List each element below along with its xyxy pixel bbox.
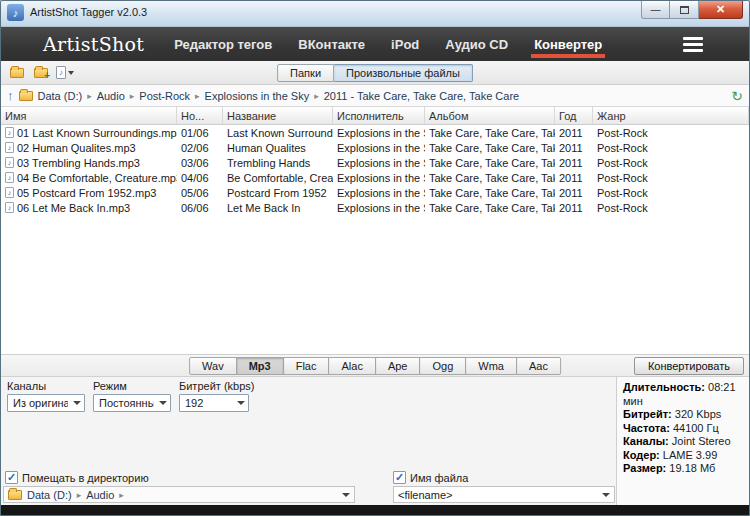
chevron-down-icon (342, 493, 350, 497)
column-header-number[interactable]: Но... (177, 107, 223, 124)
output-directory-select[interactable]: Data (D:) ▸ Audio ▸ (3, 486, 355, 503)
new-file-button[interactable]: ♪ (54, 63, 76, 82)
menu-item-tag-editor[interactable]: Редактор тегов (174, 27, 272, 61)
navigate-up-icon[interactable]: ↑ (7, 89, 14, 102)
column-header-genre[interactable]: Жанр (593, 107, 749, 124)
maximize-button[interactable] (670, 1, 699, 19)
mode-select[interactable]: Постоянный (93, 394, 171, 412)
format-tab-ape[interactable]: Ape (375, 357, 421, 375)
cell-number: 02/06 (177, 142, 223, 154)
table-row[interactable]: ♪04 Be Comfortable, Creature.mp3 04/06 B… (1, 170, 749, 185)
format-tab-wav[interactable]: Wav (189, 357, 237, 375)
mp3-file-icon: ♪ (5, 157, 14, 168)
breadcrumb-separator: ▸ (314, 91, 319, 101)
mp3-file-icon: ♪ (5, 187, 14, 198)
cell-number: 03/06 (177, 157, 223, 169)
cell-title: Last Known Surroundings (223, 127, 333, 139)
directory-checkbox[interactable]: ✓ (5, 471, 18, 484)
cell-title: Postcard From 1952 (223, 187, 333, 199)
path-separator: ▸ (119, 490, 124, 500)
breadcrumb-segment[interactable]: Audio (97, 90, 125, 102)
info-encoder: Кодер: LAME 3.99 (623, 449, 743, 463)
filename-pattern-select[interactable]: <filename> (393, 486, 615, 503)
cell-genre: Post-Rock (593, 202, 749, 214)
filename-checkbox-label: Имя файла (410, 472, 468, 484)
format-tab-aac[interactable]: Aac (516, 357, 561, 375)
chevron-down-icon (159, 401, 167, 405)
cell-album: Take Care, Take Care, Take Care (425, 157, 555, 169)
menu-item-converter[interactable]: Конвертер (534, 27, 602, 61)
column-header-name[interactable]: Имя (1, 107, 177, 124)
app-window: ♪ ArtistShot Tagger v2.0.3 — ✕ ArtistSho… (0, 0, 750, 516)
cell-filename: ♪03 Trembling Hands.mp3 (1, 157, 177, 169)
cell-year: 2011 (555, 142, 593, 154)
add-folder-button[interactable] (30, 63, 52, 82)
breadcrumb-segment[interactable]: Data (D:) (38, 90, 83, 102)
table-header: Имя Но... Название Исполнитель Альбом Го… (1, 107, 749, 125)
app-header: ArtistShot Редактор тегов ВКонтакте iPod… (1, 27, 749, 61)
cell-artist: Explosions in the Sky (333, 172, 425, 184)
cell-album: Take Care, Take Care, Take Care (425, 187, 555, 199)
directory-checkbox-row: ✓ Помещать в директорию (5, 471, 149, 484)
chevron-down-icon (73, 401, 81, 405)
mp3-file-icon: ♪ (5, 172, 14, 183)
breadcrumb-segment[interactable]: 2011 - Take Care, Take Care, Take Care (324, 90, 519, 102)
close-button[interactable]: ✕ (699, 1, 743, 19)
minimize-button[interactable]: — (641, 1, 670, 19)
format-tab-flac[interactable]: Flac (283, 357, 330, 375)
toolbar: ♪ Папки Произвольные файлы (1, 61, 749, 85)
file-table: Имя Но... Название Исполнитель Альбом Го… (1, 107, 749, 355)
cell-artist: Explosions in the Sky (333, 157, 425, 169)
column-header-year[interactable]: Год (555, 107, 593, 124)
filename-checkbox[interactable]: ✓ (393, 471, 406, 484)
column-header-album[interactable]: Альбом (425, 107, 555, 124)
menu-item-vkontakte[interactable]: ВКонтакте (298, 27, 365, 61)
cell-year: 2011 (555, 157, 593, 169)
format-tab-ogg[interactable]: Ogg (419, 357, 466, 375)
cell-number: 04/06 (177, 172, 223, 184)
cell-album: Take Care, Take Care, Take Care (425, 202, 555, 214)
mode-label: Режим (93, 380, 171, 392)
file-icon: ♪ (56, 66, 66, 79)
column-header-title[interactable]: Название (223, 107, 333, 124)
cell-genre: Post-Rock (593, 142, 749, 154)
cell-year: 2011 (555, 172, 593, 184)
format-tab-wma[interactable]: Wma (465, 357, 517, 375)
breadcrumb-segment[interactable]: Post-Rock (139, 90, 190, 102)
open-folder-button[interactable] (6, 63, 28, 82)
status-strip (1, 505, 749, 515)
hamburger-menu-icon[interactable] (683, 37, 703, 52)
file-info-panel: Длительность: 08:21 мин Битрейт: 320 Kbp… (616, 377, 749, 505)
convert-button[interactable]: Конвертировать (634, 357, 744, 375)
cell-filename: ♪06 Let Me Back In.mp3 (1, 202, 177, 214)
folders-view-button[interactable]: Папки (277, 64, 334, 82)
breadcrumb-segment[interactable]: Explosions in the Sky (205, 90, 310, 102)
info-channels: Каналы: Joint Stereo (623, 435, 743, 449)
cell-genre: Post-Rock (593, 127, 749, 139)
channels-group: Каналы Из оригинала (7, 380, 85, 412)
table-row[interactable]: ♪03 Trembling Hands.mp3 03/06 Trembling … (1, 155, 749, 170)
table-row[interactable]: ♪06 Let Me Back In.mp3 06/06 Let Me Back… (1, 200, 749, 215)
cell-genre: Post-Rock (593, 172, 749, 184)
channels-select[interactable]: Из оригинала (7, 394, 85, 412)
cell-genre: Post-Rock (593, 157, 749, 169)
custom-files-view-button[interactable]: Произвольные файлы (334, 64, 473, 82)
format-tab-alac[interactable]: Alac (328, 357, 375, 375)
column-header-artist[interactable]: Исполнитель (333, 107, 425, 124)
bitrate-label: Битрейт (kbps) (179, 380, 254, 392)
table-row[interactable]: ♪05 Postcard From 1952.mp3 05/06 Postcar… (1, 185, 749, 200)
folder-icon (8, 490, 22, 500)
breadcrumb-separator: ▸ (195, 91, 200, 101)
menu-item-ipod[interactable]: iPod (391, 27, 419, 61)
menu-item-audio-cd[interactable]: Аудио CD (445, 27, 508, 61)
settings-row: Каналы Из оригинала Режим Постоянный Бит… (7, 380, 610, 412)
table-body: ♪01 Last Known Surroundings.mp3 01/06 La… (1, 125, 749, 354)
table-row[interactable]: ♪02 Human Qualites.mp3 02/06 Human Quali… (1, 140, 749, 155)
cell-album: Take Care, Take Care, Take Care (425, 127, 555, 139)
format-tab-mp3[interactable]: Mp3 (236, 357, 284, 375)
refresh-icon[interactable]: ↻ (731, 89, 743, 103)
breadcrumb-separator: ▸ (130, 91, 135, 101)
chevron-down-icon (68, 71, 74, 75)
bitrate-select[interactable]: 192 (179, 394, 249, 412)
table-row[interactable]: ♪01 Last Known Surroundings.mp3 01/06 La… (1, 125, 749, 140)
